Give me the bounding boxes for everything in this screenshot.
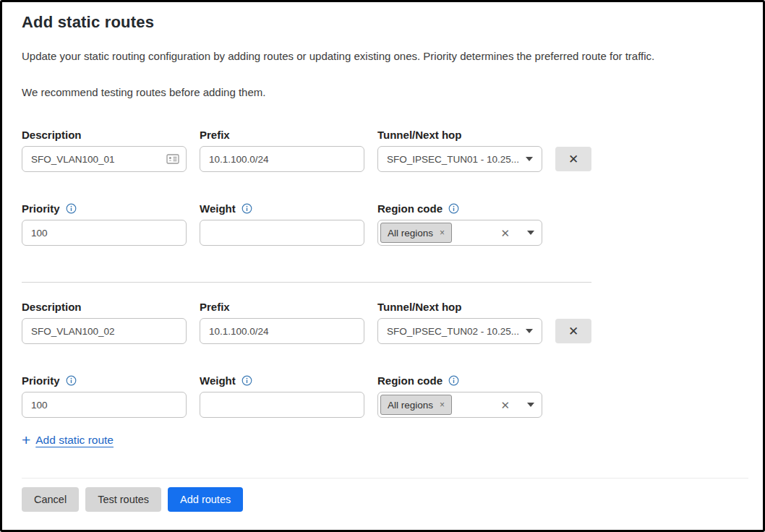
region-tag-label: All regions — [388, 228, 433, 239]
chevron-down-icon — [527, 403, 534, 407]
prefix-input[interactable] — [200, 146, 364, 172]
tunnel-field-1: Tunnel/Next hop SFO_IPSEC_TUN01 - 10.25.… — [377, 127, 542, 172]
cancel-button[interactable]: Cancel — [22, 487, 79, 512]
description-label: Description — [22, 127, 187, 142]
priority-label: Priority — [22, 374, 60, 387]
close-icon: ✕ — [568, 324, 578, 339]
footer-actions: Cancel Test routes Add routes — [22, 487, 748, 512]
region-field-2: Region code All regions × — [377, 373, 542, 418]
region-multiselect[interactable]: All regions × ✕ — [377, 220, 542, 246]
weight-label: Weight — [200, 374, 236, 387]
add-static-route-label: Add static route — [35, 434, 114, 447]
add-routes-button[interactable]: Add routes — [168, 487, 243, 512]
tunnel-label: Tunnel/Next hop — [377, 299, 542, 314]
tunnel-selected-value: SFO_IPSEC_TUN02 - 10.25... — [387, 326, 520, 337]
route-section-2: Description Prefix Tunnel/Next hop SFO_I… — [22, 299, 748, 418]
weight-label: Weight — [200, 202, 236, 215]
info-icon[interactable] — [448, 203, 459, 214]
chevron-down-icon — [527, 231, 534, 235]
add-static-routes-dialog: Add static routes Update your static rou… — [0, 0, 765, 532]
description-input[interactable] — [22, 146, 187, 172]
weight-input[interactable] — [200, 220, 364, 246]
info-icon[interactable] — [242, 203, 252, 214]
priority-input[interactable] — [22, 392, 187, 418]
region-tag: All regions × — [380, 223, 452, 243]
tunnel-selected-value: SFO_IPSEC_TUN01 - 10.25... — [387, 154, 520, 165]
chevron-down-icon — [526, 329, 533, 333]
chevron-down-icon — [526, 157, 533, 161]
info-icon[interactable] — [66, 203, 77, 214]
region-label: Region code — [377, 374, 443, 387]
description-label: Description — [22, 299, 187, 314]
close-icon: ✕ — [568, 152, 578, 167]
priority-field-1: Priority — [22, 201, 187, 246]
add-static-route-link[interactable]: + Add static route — [22, 433, 114, 447]
footer-divider — [22, 478, 748, 479]
remove-tag-icon[interactable]: × — [440, 400, 445, 409]
section-divider — [22, 282, 591, 283]
prefix-label: Prefix — [200, 127, 364, 142]
clear-selection-icon[interactable]: ✕ — [500, 400, 510, 411]
test-routes-button[interactable]: Test routes — [85, 487, 161, 512]
prefix-field-2: Prefix — [200, 299, 364, 344]
region-field-1: Region code All regions × — [377, 201, 542, 246]
priority-input[interactable] — [22, 220, 187, 246]
region-label: Region code — [377, 202, 443, 215]
region-multiselect[interactable]: All regions × ✕ — [377, 392, 542, 418]
clear-selection-icon[interactable]: ✕ — [500, 228, 510, 239]
weight-input[interactable] — [200, 392, 364, 418]
delete-route-button[interactable]: ✕ — [555, 319, 591, 343]
tunnel-field-2: Tunnel/Next hop SFO_IPSEC_TUN02 - 10.25.… — [377, 299, 542, 344]
region-tag: All regions × — [380, 395, 452, 415]
prefix-field-1: Prefix — [200, 127, 364, 172]
prefix-input[interactable] — [200, 318, 364, 344]
remove-tag-icon[interactable]: × — [440, 228, 445, 237]
tunnel-select[interactable]: SFO_IPSEC_TUN01 - 10.25... — [377, 146, 542, 172]
info-icon[interactable] — [242, 375, 252, 386]
weight-field-2: Weight — [200, 373, 364, 418]
delete-route-button[interactable]: ✕ — [555, 147, 591, 171]
tunnel-select[interactable]: SFO_IPSEC_TUN02 - 10.25... — [377, 318, 542, 344]
plus-icon: + — [22, 433, 30, 447]
description-field-1: Description — [22, 127, 187, 172]
recommendation-text: We recommend testing routes before addin… — [22, 85, 748, 100]
info-icon[interactable] — [66, 375, 77, 386]
description-input[interactable] — [22, 318, 187, 344]
info-icon[interactable] — [448, 375, 459, 386]
weight-field-1: Weight — [200, 201, 364, 246]
prefix-label: Prefix — [200, 299, 364, 314]
page-title: Add static routes — [22, 13, 748, 32]
priority-field-2: Priority — [22, 373, 187, 418]
description-field-2: Description — [22, 299, 187, 344]
tunnel-label: Tunnel/Next hop — [377, 127, 542, 142]
region-tag-label: All regions — [388, 400, 433, 411]
route-section-1: Description — [22, 127, 748, 246]
intro-text: Update your static routing configuration… — [22, 49, 748, 64]
priority-label: Priority — [22, 202, 60, 215]
